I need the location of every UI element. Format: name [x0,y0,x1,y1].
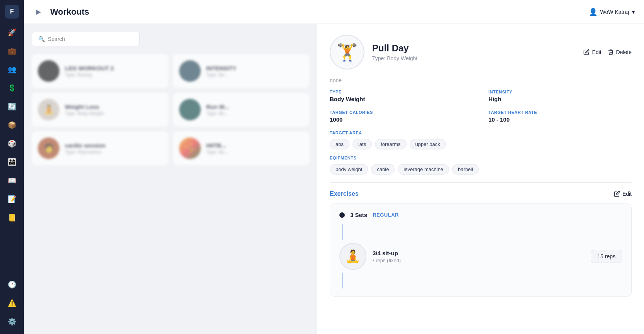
equipment-tags: body weight cable leverage machine barbe… [330,164,632,175]
workout-card-name: Run W... [206,103,303,110]
workout-list-panel: 🔍 LEG WORKOUT 2 Type: Boxing INTENSITY [24,24,317,334]
tag-upper-back: upper back [410,139,446,149]
tag-cable: cable [371,164,395,175]
sidebar-item-briefcase[interactable]: 💼 [4,43,20,59]
detail-avatar: 🏋️ [330,35,364,70]
intensity-value: High [488,96,632,102]
topbar: ▶ Workouts 👤 WoW Katraj ▾ [24,0,644,24]
page-body: 🔍 LEG WORKOUT 2 Type: Boxing INTENSITY [24,24,644,334]
tag-abs: abs [330,139,349,149]
workout-card[interactable]: INTENSITY Type: Bo... [173,54,310,88]
workout-card-image [38,60,59,82]
workout-card-name: Weight Loss [65,103,162,110]
detail-subtitle: Type: Body Weight [372,55,576,61]
search-icon: 🔍 [38,36,45,42]
workout-card-name: HIITB... [206,142,303,149]
sidebar-item-user-group[interactable]: 👨‍👩‍👧 [4,154,20,170]
sidebar-item-warning[interactable]: ⚠️ [4,295,20,311]
user-menu[interactable]: 👤 WoW Katraj ▾ [589,8,635,16]
tag-leverage-machine: leverage machine [398,164,449,175]
workout-grid: LEG WORKOUT 2 Type: Boxing INTENSITY Typ… [32,54,310,165]
exercise-connector-line [342,224,342,240]
sidebar-item-rocket[interactable]: 🚀 [4,25,20,40]
user-name: WoW Katraj [600,9,629,15]
search-input[interactable] [48,36,133,42]
target-area-label: TARGET AREA [330,131,632,135]
exercise-item: 🧘 3/4 sit-up • reps (fixed) 15 reps [339,243,622,270]
equipment-section: EQIPMENTS body weight cable leverage mac… [330,156,632,175]
exercise-sets-text: 3 Sets [350,212,367,218]
detail-none-label: none [330,77,632,83]
workout-card-type: Type: Bo... [206,149,303,155]
workout-card-type: Type: Bo... [206,72,303,78]
heart-rate-label: TARGET HEART RATE [488,110,632,115]
calories-label: TARGET CALORIES [330,110,473,115]
workout-card-type: Type: Plyometrics [65,149,162,155]
detail-actions: Edit Delete [583,49,632,55]
main-content: ▶ Workouts 👤 WoW Katraj ▾ 🔍 LEG WORKOUT … [24,0,644,334]
workout-card-type: Type: Body Weight [65,111,162,116]
equipment-label: EQIPMENTS [330,156,632,160]
sidebar-item-edit[interactable]: 📝 [4,192,20,207]
exercises-edit-button[interactable]: Edit [614,191,632,197]
sidebar-item-refresh[interactable]: 🔄 [4,99,20,114]
exercise-dot [339,212,345,218]
sidebar-item-book[interactable]: 📖 [4,173,20,188]
type-value: Body Weight [330,96,473,102]
delete-button[interactable]: Delete [608,49,632,55]
exercise-card: 3 Sets REGULAR 🧘 3/4 sit-up • reps (fixe… [330,203,632,297]
target-area-tags: abs lats forearms upper back [330,139,632,149]
sidebar-item-users[interactable]: 👥 [4,62,20,77]
detail-header: 🏋️ Pull Day Type: Body Weight Edit Delet… [330,35,632,70]
workout-card-image: 🧘 [38,99,59,120]
exercise-item-name: 3/4 sit-up [373,250,585,256]
workout-card-name: INTENSITY [206,65,303,71]
workout-card-name: cardio session [65,142,162,149]
exercises-header: Exercises Edit [330,190,632,197]
sidebar-item-history[interactable]: 🕐 [4,277,20,292]
tag-body-weight: body weight [330,164,368,175]
target-area-section: TARGET AREA abs lats forearms upper back [330,131,632,149]
heart-rate-value: 10 - 100 [488,116,632,123]
workout-card-image [179,60,201,82]
workout-card-type: Type: Boxing [65,72,162,78]
workout-card-type: Type: Bo... [206,111,303,116]
search-bar[interactable]: 🔍 [32,32,140,46]
sidebar-item-cube[interactable]: 🎲 [4,136,20,151]
divider [330,182,632,183]
exercise-item-image: 🧘 [339,243,366,270]
exercise-item-detail: • reps (fixed) [373,258,585,263]
sidebar-item-book2[interactable]: 📒 [4,210,20,225]
info-heart-rate: TARGET HEART RATE 10 - 100 [488,110,632,123]
workout-card-image [179,99,201,120]
user-icon: 👤 [589,8,597,16]
info-grid: TYPE Body Weight INTENSITY High TARGET C… [330,90,632,123]
edit-button[interactable]: Edit [583,49,601,55]
sidebar-item-dollar[interactable]: 💲 [4,80,20,96]
workout-card[interactable]: Run W... Type: Bo... [173,93,310,127]
info-type: TYPE Body Weight [330,90,473,102]
workout-card[interactable]: 🧑 cardio session Type: Plyometrics [32,131,168,165]
detail-title: Pull Day [372,43,576,54]
info-calories: TARGET CALORIES 1000 [330,110,473,123]
tag-barbell: barbell [452,164,479,175]
exercise-reps-badge: 15 reps [591,250,622,263]
sidebar-item-settings[interactable]: ⚙️ [4,314,20,329]
workout-card[interactable]: LEG WORKOUT 2 Type: Boxing [32,54,168,88]
exercise-sets-header: 3 Sets REGULAR [339,212,622,218]
workout-card[interactable]: 🤸 HIITB... Type: Bo... [173,131,310,165]
page-title: Workouts [50,7,589,17]
calories-value: 1000 [330,116,473,123]
exercises-title: Exercises [330,190,359,197]
workout-card-name: LEG WORKOUT 2 [65,65,162,71]
workout-detail-panel: 🏋️ Pull Day Type: Body Weight Edit Delet… [317,24,644,334]
workout-card[interactable]: 🧘 Weight Loss Type: Body Weight [32,93,168,127]
tag-lats: lats [353,139,372,149]
type-label: TYPE [330,90,473,94]
intensity-label: INTENSITY [488,90,632,94]
sidebar-toggle[interactable]: ▶ [33,7,44,17]
dropdown-icon: ▾ [632,9,635,15]
exercise-connector-bottom [342,273,342,288]
sidebar-item-layers[interactable]: 📦 [4,117,20,133]
app-logo[interactable]: F [5,5,19,19]
